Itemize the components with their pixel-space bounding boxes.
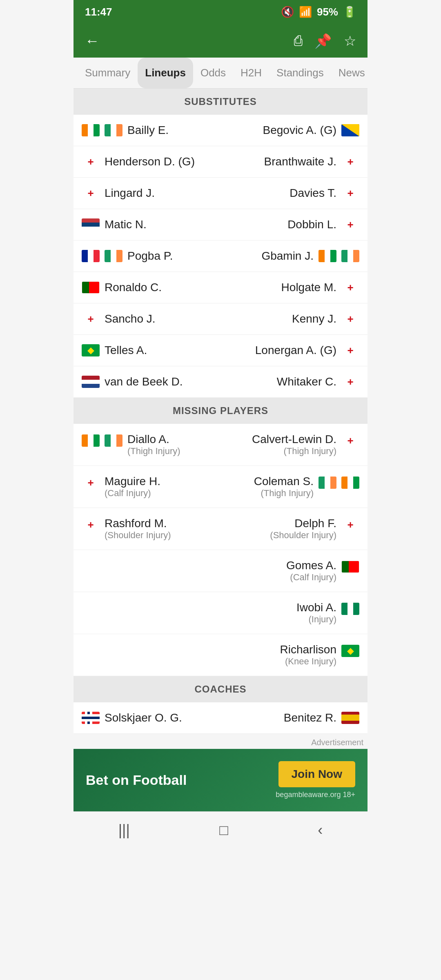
- table-row: Richarlison (Knee Injury): [74, 634, 368, 676]
- player-info: Diallo A. (Thigh Injury): [127, 433, 180, 457]
- england-flag: [341, 344, 359, 356]
- table-row: Pogba P. Gbamin J.: [74, 241, 368, 272]
- right-player: Holgate M.: [281, 281, 359, 294]
- left-coach-name: Solskjaer O. G.: [105, 711, 182, 724]
- right-player-name: Gbamin J.: [261, 249, 314, 263]
- table-row: Rashford M. (Shoulder Injury) Delph F. (…: [74, 508, 368, 550]
- right-info: Calvert-Lewin D. (Thigh Injury): [252, 433, 336, 457]
- share-icon[interactable]: ⎙: [294, 33, 302, 49]
- left-player-name: Lingard J.: [105, 187, 155, 200]
- england-flag: [341, 434, 359, 447]
- right-coach-name: Benitez R.: [284, 711, 336, 724]
- right-info: Delph F. (Shoulder Injury): [270, 517, 336, 541]
- table-row: Iwobi A. (Injury): [74, 592, 368, 634]
- ad-container: Advertisement Bet on Football Join Now b…: [74, 734, 368, 811]
- left-player: Sancho J.: [82, 312, 156, 325]
- left-player: Henderson D. (G): [82, 155, 195, 168]
- tab-h2h[interactable]: H2H: [233, 58, 269, 88]
- table-row: Diallo A. (Thigh Injury) Calvert-Lewin D…: [74, 424, 368, 466]
- england-flag: [341, 281, 359, 294]
- table-row: Lingard J. Davies T.: [74, 178, 368, 209]
- mute-icon: 🔇: [281, 6, 294, 18]
- tab-bar: Summary Lineups Odds H2H Standings News: [74, 58, 368, 89]
- right-player-name: Holgate M.: [281, 281, 336, 294]
- portugal-flag: [82, 281, 100, 294]
- table-row: Matic N. Dobbin L.: [74, 209, 368, 241]
- left-player-name: van de Beek D.: [105, 375, 183, 388]
- coaches-row: Solskjaer O. G. Benitez R.: [74, 702, 368, 734]
- injury-info: (Calf Injury): [290, 572, 336, 583]
- table-row: van de Beek D. Whitaker C.: [74, 366, 368, 398]
- pin-icon[interactable]: 📌: [314, 33, 332, 49]
- right-missing-player: Coleman S. (Thigh Injury): [254, 475, 359, 499]
- ivory-coast-flag: [82, 434, 100, 447]
- england-flag: [82, 477, 100, 489]
- england-flag: [82, 187, 100, 199]
- right-info: Gomes A. (Calf Injury): [286, 559, 336, 583]
- injury-info: (Shoulder Injury): [270, 530, 336, 541]
- england-flag: [341, 187, 359, 199]
- left-player: Bailly E.: [82, 124, 169, 137]
- nav-home-button[interactable]: □: [219, 822, 228, 839]
- player-name: Delph F.: [294, 517, 336, 530]
- missing-players-header: MISSING PLAYERS: [74, 398, 368, 424]
- right-player-name: Kenny J.: [292, 312, 336, 325]
- ad-banner: Bet on Football Join Now begambleaware.o…: [74, 749, 368, 811]
- serbia-flag: [82, 218, 100, 231]
- join-now-button[interactable]: Join Now: [278, 761, 355, 787]
- substitutes-header: SUBSTITUTES: [74, 89, 368, 115]
- left-player-name: Matic N.: [105, 218, 147, 231]
- ireland-flag: [341, 250, 359, 262]
- table-row: Ronaldo C. Holgate M.: [74, 272, 368, 303]
- ad-right: Join Now begambleaware.org 18+: [276, 761, 355, 799]
- tab-news[interactable]: News: [331, 58, 368, 88]
- injury-info: (Thigh Injury): [127, 446, 180, 457]
- tab-lineups[interactable]: Lineups: [138, 58, 193, 88]
- table-row: Sancho J. Kenny J.: [74, 303, 368, 335]
- player-info: Maguire H. (Calf Injury): [105, 475, 160, 499]
- right-coach: Benitez R.: [284, 711, 359, 724]
- left-player-name: Henderson D. (G): [105, 155, 195, 168]
- nav-back-button[interactable]: ‹: [318, 822, 323, 839]
- ivory-coast-flag: [341, 477, 359, 489]
- netherlands-flag: [82, 376, 100, 388]
- left-player: Lingard J.: [82, 187, 155, 200]
- status-bar: 11:47 🔇 📶 95% 🔋: [74, 0, 368, 24]
- tab-standings[interactable]: Standings: [269, 58, 331, 88]
- right-player: Dobbin L.: [287, 218, 359, 231]
- coaches-header: COACHES: [74, 676, 368, 702]
- bottom-nav: ||| □ ‹: [74, 811, 368, 849]
- tab-odds[interactable]: Odds: [193, 58, 233, 88]
- player-name: Richarlison: [280, 643, 337, 656]
- france-flag: [82, 250, 100, 262]
- right-player-name: Begovic A. (G): [263, 124, 336, 137]
- right-player: Begovic A. (G): [263, 124, 359, 137]
- table-row: Bailly E. Begovic A. (G): [74, 115, 368, 146]
- battery-level: 95%: [317, 6, 338, 18]
- right-missing-player: Gomes A. (Calf Injury): [286, 559, 359, 583]
- left-coach: Solskjaer O. G.: [82, 711, 182, 724]
- nav-menu-button[interactable]: |||: [118, 822, 130, 839]
- right-missing-player: Delph F. (Shoulder Injury): [270, 517, 359, 541]
- nav-action-icons: ⎙ 📌 ☆: [294, 33, 356, 49]
- left-player-name: Telles A.: [105, 344, 147, 357]
- nigeria-flag: [341, 603, 359, 615]
- right-info: Coleman S. (Thigh Injury): [254, 475, 314, 499]
- back-button[interactable]: ←: [85, 32, 100, 49]
- table-row: Telles A. Lonergan A. (G): [74, 335, 368, 366]
- left-player: Telles A.: [82, 344, 147, 357]
- left-player-name: Bailly E.: [127, 124, 169, 137]
- tab-summary[interactable]: Summary: [78, 58, 138, 88]
- right-player: Kenny J.: [292, 312, 359, 325]
- player-name: Diallo A.: [127, 433, 180, 446]
- star-icon[interactable]: ☆: [344, 33, 356, 49]
- england-flag: [82, 156, 100, 168]
- england-flag: [341, 376, 359, 388]
- ivory-coast-flag: [318, 250, 336, 262]
- ad-text: Bet on Football: [86, 772, 187, 788]
- brazil-flag: [82, 344, 100, 356]
- right-missing-player: Calvert-Lewin D. (Thigh Injury): [252, 433, 359, 457]
- right-player: Branthwaite J.: [264, 155, 359, 168]
- injury-info: (Thigh Injury): [261, 488, 314, 499]
- player-name: Calvert-Lewin D.: [252, 433, 336, 446]
